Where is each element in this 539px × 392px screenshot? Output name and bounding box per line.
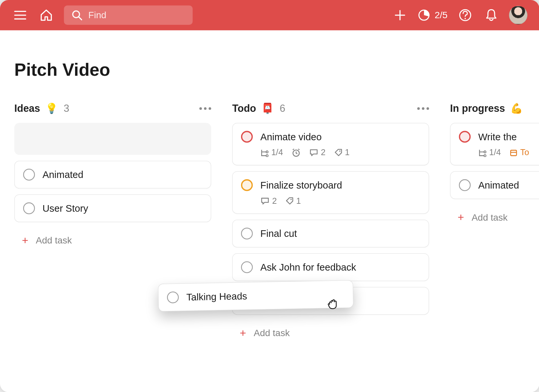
task-card[interactable]: Animated [14,161,211,189]
topbar: Find 2/5 [0,0,539,30]
grab-cursor-icon [326,297,341,311]
task-checkbox[interactable] [241,261,253,273]
board: Ideas 💡 3 Animated User Story [14,103,525,345]
search-placeholder: Find [88,10,106,21]
column-in-progress: In progress 💪 Write the 1/4 [450,103,539,345]
add-icon[interactable] [392,7,409,23]
main-content: Pitch Video Ideas 💡 3 Animated [0,30,539,346]
project-title: Pitch Video [14,60,525,80]
svg-point-17 [484,151,486,152]
svg-point-16 [290,198,292,200]
due-indicator: To [509,148,529,157]
task-title: Animated [478,180,519,191]
task-title: Animate video [260,131,321,142]
avatar[interactable] [509,6,527,24]
search-input[interactable]: Find [64,6,192,25]
task-title: Ask John for feedback [260,262,356,273]
column-header-ideas[interactable]: Ideas 💡 3 [14,103,211,114]
add-task-button[interactable]: + Add task [14,228,211,253]
add-task-label: Add task [254,327,290,338]
lightbulb-icon: 💡 [45,103,58,114]
svg-point-11 [266,154,268,156]
comment-icon [260,197,270,205]
task-card[interactable]: Ask John for feedback [232,253,429,281]
help-icon[interactable] [457,7,474,23]
column-count: 6 [280,103,285,114]
dragging-card[interactable]: Talking Heads [158,280,354,312]
task-card[interactable]: Write the 1/4 To [450,123,539,165]
task-checkbox[interactable] [167,291,179,303]
task-card[interactable]: User Story [14,195,211,222]
task-checkbox[interactable] [23,202,35,214]
task-title: Final cut [260,228,297,239]
tag-icon [334,148,342,156]
task-meta: 1/4 2 1 [260,148,420,157]
column-more-icon[interactable] [417,107,429,110]
task-card[interactable]: Animated [450,171,539,199]
svg-point-15 [339,150,341,152]
mailbox-icon: 📮 [261,103,274,114]
task-title: Finalize storyboard [260,180,342,191]
comments-indicator: 2 [260,196,277,206]
subtasks-icon [478,148,486,156]
task-meta: 1/4 To [478,148,539,157]
column-name: Ideas [14,103,40,114]
tag-icon [285,197,294,205]
notifications-icon[interactable] [483,7,500,23]
task-checkbox[interactable] [459,131,471,143]
tags-indicator: 1 [285,196,301,206]
task-card[interactable]: Finalize storyboard 2 1 [232,171,429,214]
task-checkbox[interactable] [23,169,35,181]
task-title: Write the [478,131,517,142]
add-task-label: Add task [472,212,508,223]
task-checkbox[interactable] [241,179,253,191]
muscle-icon: 💪 [510,103,523,114]
task-checkbox[interactable] [459,179,471,191]
task-meta: 2 1 [260,196,420,206]
task-checkbox[interactable] [241,228,253,240]
svg-point-18 [484,154,486,156]
svg-point-9 [465,18,466,19]
column-name: In progress [450,103,505,114]
subtasks-icon [260,148,269,156]
add-task-button[interactable]: + Add task [450,205,539,230]
svg-line-4 [79,17,82,20]
column-header-todo[interactable]: Todo 📮 6 [232,103,429,114]
svg-point-10 [266,151,268,152]
calendar-icon [509,148,518,156]
comment-icon [309,148,318,156]
add-task-button[interactable]: + Add task [232,321,429,345]
svg-line-13 [293,149,294,150]
menu-icon[interactable] [12,7,29,23]
task-card[interactable]: Animate video 1/4 2 [232,123,429,165]
comments-indicator: 2 [309,148,326,157]
subtasks-indicator: 1/4 [478,148,501,157]
column-name: Todo [232,103,256,114]
task-checkbox[interactable] [241,131,253,143]
task-title: Talking Heads [186,290,247,303]
column-count: 3 [64,103,69,114]
reminder-indicator [291,148,301,157]
pie-icon [418,9,431,22]
task-title: Animated [42,169,83,180]
column-more-icon[interactable] [199,107,211,110]
home-icon[interactable] [38,7,55,23]
subtasks-indicator: 1/4 [260,148,283,157]
column-header-in-progress[interactable]: In progress 💪 [450,103,539,114]
plus-icon: + [22,234,28,247]
drop-placeholder [14,123,211,155]
alarm-icon [291,148,301,157]
usage-indicator[interactable]: 2/5 [418,9,448,22]
task-title: User Story [42,202,88,214]
svg-rect-19 [511,150,517,155]
add-task-label: Add task [36,235,72,246]
svg-line-14 [298,149,300,150]
app-window: Find 2/5 Pitch Video Ideas 💡 3 [0,0,539,392]
search-icon [71,10,82,21]
task-card[interactable]: Final cut [232,220,429,247]
plus-icon: + [240,327,246,339]
usage-text: 2/5 [435,10,447,21]
plus-icon: + [458,211,464,224]
tags-indicator: 1 [334,148,350,157]
